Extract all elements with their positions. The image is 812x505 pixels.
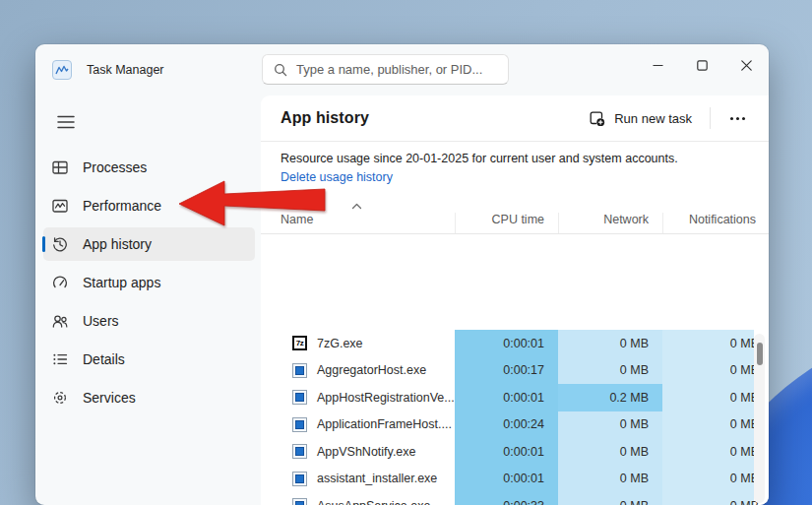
maximize-icon xyxy=(697,60,708,71)
network-cell: 0 MB xyxy=(558,466,662,493)
table-row[interactable]: assistant_installer.exe 0:00:01 0 MB 0 M… xyxy=(261,466,754,493)
network-cell: 0 MB xyxy=(558,492,662,505)
sort-ascending-icon xyxy=(351,203,362,210)
column-header-network[interactable]: Network xyxy=(558,213,662,233)
network-cell: 0 MB xyxy=(558,330,662,357)
notifications-cell: 0 MB xyxy=(662,466,754,493)
table-row[interactable]: AppHostRegistrationVe... 0:00:01 0.2 MB … xyxy=(261,384,754,411)
delete-usage-history-link[interactable]: Delete usage history xyxy=(281,170,393,184)
process-name: AppHostRegistrationVe... xyxy=(317,391,455,405)
column-header-notifications[interactable]: Notifications xyxy=(662,213,769,233)
cpu-time-cell: 0:00:33 xyxy=(455,492,558,505)
sidebar: Processes Performance App history Startu… xyxy=(35,95,261,505)
exe-app-icon xyxy=(292,363,307,378)
notifications-cell: 0 MB xyxy=(662,384,754,411)
sidebar-item-label: Details xyxy=(83,351,125,367)
column-header-cpu-time[interactable]: CPU time xyxy=(455,213,558,233)
panel-header: App history Run new task xyxy=(261,95,769,141)
exe-app-icon xyxy=(292,498,307,505)
resource-usage-text: Resource usage since 20-01-2025 for curr… xyxy=(281,152,749,165)
exe-app-icon xyxy=(292,472,307,486)
table-row[interactable]: AppVShNotify.exe 0:00:01 0 MB 0 MB xyxy=(261,438,754,466)
close-button[interactable] xyxy=(724,46,769,84)
sidebar-item-label: Services xyxy=(83,390,136,406)
sidebar-item-details[interactable]: Details xyxy=(43,343,255,376)
table-row[interactable]: AsusAppService.exe 0:00:33 0 MB 0 MB xyxy=(261,492,754,505)
process-name: AppVShNotify.exe xyxy=(317,445,416,459)
process-table: 7z7zG.exe 0:00:01 0 MB 0 MB AggregatorHo… xyxy=(261,330,754,505)
exe-app-icon xyxy=(292,417,307,432)
minimize-icon xyxy=(653,60,663,71)
sidebar-item-startup-apps[interactable]: Startup apps xyxy=(43,266,255,299)
network-cell: 0 MB xyxy=(558,438,662,466)
network-cell: 0 MB xyxy=(558,357,662,385)
task-manager-logo-icon xyxy=(52,60,72,80)
scrollbar-thumb[interactable] xyxy=(757,343,763,365)
sidebar-item-services[interactable]: Services xyxy=(43,381,255,414)
maximize-button[interactable] xyxy=(680,46,724,84)
process-name: 7zG.exe xyxy=(317,337,363,350)
window-controls xyxy=(636,46,769,84)
minimize-button[interactable] xyxy=(636,46,680,84)
users-icon xyxy=(51,312,69,330)
hamburger-icon xyxy=(57,115,75,129)
sidebar-item-label: Users xyxy=(83,313,119,329)
table-header-row: Name CPU time Network Notifications xyxy=(261,203,769,234)
table-row[interactable]: 7z7zG.exe 0:00:01 0 MB 0 MB xyxy=(261,330,754,357)
search-input[interactable]: Type a name, publisher, or PID... xyxy=(262,54,509,85)
network-cell: 0 MB xyxy=(558,411,662,439)
sidebar-item-processes[interactable]: Processes xyxy=(43,151,255,184)
processes-icon xyxy=(51,158,69,176)
run-new-task-label: Run new task xyxy=(614,111,692,126)
performance-icon xyxy=(51,197,69,215)
desktop-wallpaper: Task Manager Type a name, publisher, or … xyxy=(0,0,812,505)
details-icon xyxy=(51,350,69,368)
sidebar-item-users[interactable]: Users xyxy=(43,304,255,338)
process-name: AggregatorHost.exe xyxy=(317,363,426,377)
header-actions: Run new task xyxy=(579,103,757,134)
7zip-app-icon: 7z xyxy=(292,336,307,350)
search-placeholder: Type a name, publisher, or PID... xyxy=(296,62,482,77)
sidebar-item-label: Performance xyxy=(83,198,161,214)
process-name: assistant_installer.exe xyxy=(317,472,437,485)
process-name: ApplicationFrameHost.... xyxy=(317,417,452,431)
close-icon xyxy=(741,60,752,71)
exe-app-icon xyxy=(292,444,307,459)
cpu-time-cell: 0:00:17 xyxy=(455,357,558,385)
notifications-cell: 0 MB xyxy=(662,411,754,439)
cpu-time-cell: 0:00:01 xyxy=(455,466,558,493)
cpu-time-cell: 0:00:01 xyxy=(455,384,558,411)
usage-summary: Resource usage since 20-01-2025 for curr… xyxy=(261,142,769,190)
run-new-task-button[interactable]: Run new task xyxy=(579,103,702,134)
table-row[interactable]: ApplicationFrameHost.... 0:00:24 0 MB 0 … xyxy=(261,411,754,439)
sidebar-item-app-history[interactable]: App history xyxy=(43,227,255,261)
app-history-panel: App history Run new task xyxy=(261,95,769,505)
table-row[interactable]: AggregatorHost.exe 0:00:17 0 MB 0 MB xyxy=(261,357,754,385)
sidebar-item-label: Processes xyxy=(83,159,147,175)
notifications-cell: 0 MB xyxy=(662,357,754,385)
run-new-task-icon xyxy=(589,110,605,127)
notifications-cell: 0 MB xyxy=(662,492,754,505)
vertical-scrollbar[interactable] xyxy=(754,334,765,503)
sidebar-item-label: App history xyxy=(83,236,152,252)
more-options-button[interactable] xyxy=(718,107,757,130)
window-title: Task Manager xyxy=(87,44,164,95)
sidebar-item-label: Startup apps xyxy=(83,275,160,290)
cpu-time-cell: 0:00:24 xyxy=(455,411,558,439)
exe-app-icon xyxy=(292,390,307,405)
cpu-time-cell: 0:00:01 xyxy=(455,330,558,357)
startup-apps-icon xyxy=(51,274,69,291)
navigation-menu-button[interactable] xyxy=(49,107,83,137)
titlebar: Task Manager Type a name, publisher, or … xyxy=(35,44,769,95)
notifications-cell: 0 MB xyxy=(662,330,754,357)
page-title: App history xyxy=(281,109,369,127)
column-header-name[interactable]: Name xyxy=(261,213,455,233)
task-manager-window: Task Manager Type a name, publisher, or … xyxy=(35,44,769,505)
services-icon xyxy=(51,389,69,407)
ellipsis-icon xyxy=(730,117,733,120)
notifications-cell: 0 MB xyxy=(662,438,754,466)
sidebar-item-performance[interactable]: Performance xyxy=(43,189,255,222)
process-name: AsusAppService.exe xyxy=(317,499,430,505)
network-cell: 0.2 MB xyxy=(558,384,662,411)
header-divider xyxy=(710,107,711,129)
